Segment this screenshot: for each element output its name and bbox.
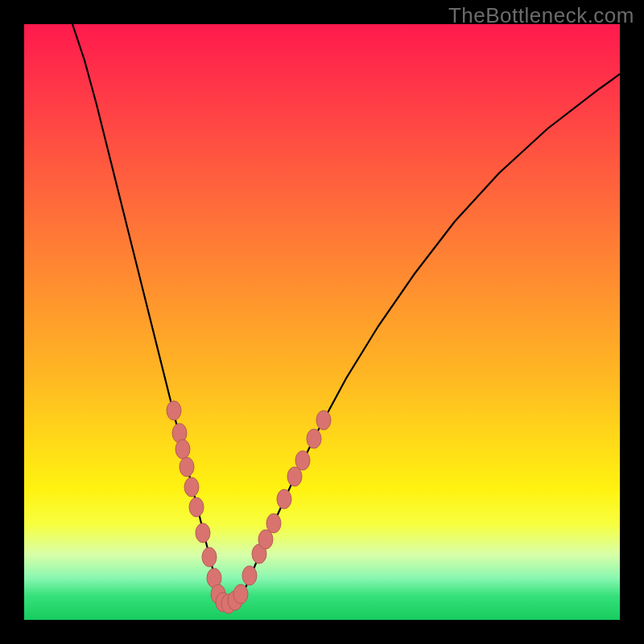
data-point [307,429,321,448]
data-point [196,523,210,543]
data-point [167,401,181,420]
data-point [202,547,217,567]
plot-area [24,24,620,620]
data-point [277,489,291,509]
data-point [287,467,302,486]
chart-frame: TheBottleneck.com [0,0,644,644]
watermark-text: TheBottleneck.com [448,3,634,28]
data-point [266,514,281,533]
marker-layer [167,401,331,613]
curve-layer [72,24,620,604]
data-point [189,497,204,517]
data-point [258,530,273,549]
data-point [242,566,257,585]
data-point [233,584,248,604]
data-point [295,451,310,470]
data-point [180,457,194,477]
bottleneck-curve [72,24,620,604]
chart-svg [24,24,620,620]
data-point [184,477,199,497]
data-point [316,411,331,430]
data-point [175,440,190,459]
